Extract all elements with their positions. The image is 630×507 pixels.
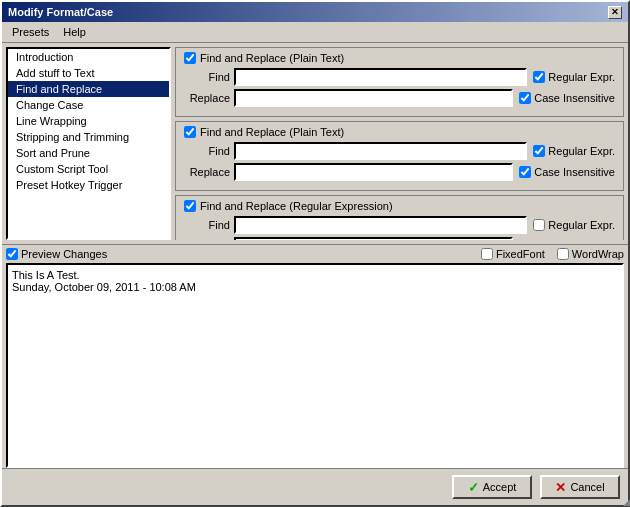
sidebar-item-introduction[interactable]: Introduction bbox=[8, 49, 169, 65]
preview-line2: Sunday, October 09, 2011 - 10:08 AM bbox=[12, 281, 618, 293]
title-bar-buttons: ✕ bbox=[608, 6, 622, 19]
group1-find-label: Find bbox=[184, 71, 234, 83]
group1-replace-row: Replace Case Insensitive bbox=[184, 89, 615, 107]
group1-enable-checkbox[interactable] bbox=[184, 52, 196, 64]
preview-changes-label: Preview Changes bbox=[21, 248, 107, 260]
sidebar-item-preset-hotkey[interactable]: Preset Hotkey Trigger bbox=[8, 177, 169, 193]
group3-regular-expr-row: Regular Expr. bbox=[533, 219, 615, 231]
sidebar-item-change-case[interactable]: Change Case bbox=[8, 97, 169, 113]
group2-replace-label: Replace bbox=[184, 166, 234, 178]
group2-case-insensitive-checkbox[interactable] bbox=[519, 166, 531, 178]
group1-replace-input[interactable] bbox=[234, 89, 513, 107]
accept-check-icon: ✓ bbox=[468, 480, 479, 495]
sidebar-item-add-stuff[interactable]: Add stuff to Text bbox=[8, 65, 169, 81]
resize-handle[interactable]: ◢ bbox=[618, 495, 630, 507]
group2-title: Find and Replace (Plain Text) bbox=[200, 126, 344, 138]
group2-enable-checkbox[interactable] bbox=[184, 126, 196, 138]
fixed-font-label: FixedFont bbox=[496, 248, 545, 260]
group3-regular-expr-checkbox[interactable] bbox=[533, 219, 545, 231]
main-window: Modify Format/Case ✕ Presets Help Introd… bbox=[0, 0, 630, 507]
group2-case-insensitive-row: Case Insensitive bbox=[519, 166, 615, 178]
group1-case-insensitive-checkbox[interactable] bbox=[519, 92, 531, 104]
word-wrap-row: WordWrap bbox=[557, 248, 624, 260]
group3-enable-checkbox[interactable] bbox=[184, 200, 196, 212]
group2-case-options: Case Insensitive bbox=[519, 166, 615, 178]
close-button[interactable]: ✕ bbox=[608, 6, 622, 19]
group1-title: Find and Replace (Plain Text) bbox=[200, 52, 344, 64]
group2-find-input[interactable] bbox=[234, 142, 527, 160]
group2-replace-row: Replace Case Insensitive bbox=[184, 163, 615, 181]
group2-regular-expr-label: Regular Expr. bbox=[548, 145, 615, 157]
title-bar: Modify Format/Case ✕ bbox=[2, 2, 628, 22]
group1-find-row: Find Regular Expr. bbox=[184, 68, 615, 86]
sidebar-item-find-replace[interactable]: Find and Replace bbox=[8, 81, 169, 97]
cancel-button[interactable]: ✕ Cancel bbox=[540, 475, 620, 499]
group3-replace-row: Replace Case Insensitive bbox=[184, 237, 615, 240]
group2-options: Regular Expr. bbox=[533, 145, 615, 157]
find-replace-group-2: Find and Replace (Plain Text) Find Regul… bbox=[175, 121, 624, 191]
preview-changes-row: Preview Changes bbox=[6, 248, 107, 260]
main-content: Introduction Add stuff to Text Find and … bbox=[2, 43, 628, 244]
group3-find-row: Find Regular Expr. bbox=[184, 216, 615, 234]
group1-regular-expr-row: Regular Expr. bbox=[533, 71, 615, 83]
group2-header: Find and Replace (Plain Text) bbox=[184, 126, 615, 138]
group1-regular-expr-label: Regular Expr. bbox=[548, 71, 615, 83]
group1-header: Find and Replace (Plain Text) bbox=[184, 52, 615, 64]
group1-case-options: Case Insensitive bbox=[519, 92, 615, 104]
preview-changes-checkbox[interactable] bbox=[6, 248, 18, 260]
preview-text-area: This Is A Test. Sunday, October 09, 2011… bbox=[6, 263, 624, 468]
group1-case-insensitive-label: Case Insensitive bbox=[534, 92, 615, 104]
menu-presets[interactable]: Presets bbox=[6, 24, 55, 40]
group1-replace-label: Replace bbox=[184, 92, 234, 104]
group2-regular-expr-row: Regular Expr. bbox=[533, 145, 615, 157]
fixed-font-checkbox[interactable] bbox=[481, 248, 493, 260]
group2-case-insensitive-label: Case Insensitive bbox=[534, 166, 615, 178]
group3-find-input[interactable] bbox=[234, 216, 527, 234]
cancel-label: Cancel bbox=[570, 481, 604, 493]
group3-replace-input[interactable] bbox=[234, 237, 513, 240]
sidebar: Introduction Add stuff to Text Find and … bbox=[6, 47, 171, 240]
fixed-font-row: FixedFont bbox=[481, 248, 545, 260]
word-wrap-checkbox[interactable] bbox=[557, 248, 569, 260]
sidebar-item-custom-script[interactable]: Custom Script Tool bbox=[8, 161, 169, 177]
accept-button[interactable]: ✓ Accept bbox=[452, 475, 532, 499]
group1-case-insensitive-row: Case Insensitive bbox=[519, 92, 615, 104]
menu-bar: Presets Help bbox=[2, 22, 628, 43]
accept-label: Accept bbox=[483, 481, 517, 493]
preview-controls-bar: Preview Changes FixedFont WordWrap bbox=[2, 244, 628, 263]
group1-regular-expr-checkbox[interactable] bbox=[533, 71, 545, 83]
group2-find-row: Find Regular Expr. bbox=[184, 142, 615, 160]
right-panel: Find and Replace (Plain Text) Find Regul… bbox=[175, 47, 624, 240]
window-title: Modify Format/Case bbox=[8, 6, 113, 18]
button-bar: ✓ Accept ✕ Cancel bbox=[2, 468, 628, 505]
group1-options: Regular Expr. bbox=[533, 71, 615, 83]
menu-help[interactable]: Help bbox=[57, 24, 92, 40]
group3-header: Find and Replace (Regular Expression) bbox=[184, 200, 615, 212]
preview-line1: This Is A Test. bbox=[12, 269, 618, 281]
word-wrap-label: WordWrap bbox=[572, 248, 624, 260]
group1-find-input[interactable] bbox=[234, 68, 527, 86]
group2-regular-expr-checkbox[interactable] bbox=[533, 145, 545, 157]
sidebar-item-stripping-trimming[interactable]: Stripping and Trimming bbox=[8, 129, 169, 145]
group3-find-label: Find bbox=[184, 219, 234, 231]
find-replace-group-1: Find and Replace (Plain Text) Find Regul… bbox=[175, 47, 624, 117]
cancel-x-icon: ✕ bbox=[555, 480, 566, 495]
find-replace-group-3: Find and Replace (Regular Expression) Fi… bbox=[175, 195, 624, 240]
group2-find-label: Find bbox=[184, 145, 234, 157]
sidebar-item-sort-prune[interactable]: Sort and Prune bbox=[8, 145, 169, 161]
sidebar-item-line-wrapping[interactable]: Line Wrapping bbox=[8, 113, 169, 129]
group3-options: Regular Expr. bbox=[533, 219, 615, 231]
group3-title: Find and Replace (Regular Expression) bbox=[200, 200, 393, 212]
group2-replace-input[interactable] bbox=[234, 163, 513, 181]
group3-regular-expr-label: Regular Expr. bbox=[548, 219, 615, 231]
